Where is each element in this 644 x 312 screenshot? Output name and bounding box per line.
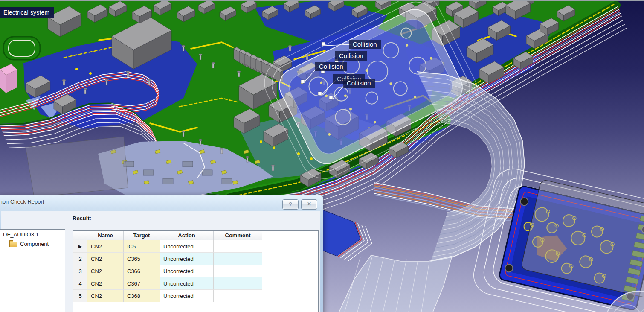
tree-item-component[interactable]: Component (0, 239, 65, 248)
tree-component-label: Component (20, 241, 49, 247)
column-header-blank[interactable] (73, 231, 87, 240)
column-header-target[interactable]: Target (124, 231, 160, 240)
cell-comment[interactable] (214, 277, 262, 290)
close-button[interactable]: ✕ (301, 199, 317, 210)
report-tree: DF_AUDIO3.1 Component (0, 229, 65, 312)
result-table: Name Target Action Comment ▶ CN2 IC5 Unc… (73, 230, 319, 312)
column-header-comment[interactable]: Comment (214, 231, 262, 240)
column-header-action[interactable]: Action (160, 231, 214, 240)
cell-action[interactable]: Uncorrected (160, 290, 214, 302)
collision-label: Collision (343, 79, 375, 88)
cell-comment[interactable] (214, 253, 262, 265)
table-header-row: Name Target Action Comment (73, 231, 318, 240)
electrical-system-label: Electrical system (0, 7, 54, 18)
result-label: Result: (73, 215, 91, 222)
cell-name[interactable]: CN2 (87, 253, 124, 265)
row-selector-cell[interactable]: 3 (73, 265, 87, 277)
column-header-name[interactable]: Name (87, 231, 124, 240)
cell-action[interactable]: Uncorrected (160, 265, 214, 277)
collision-check-report-dialog: ion Check Report ? ✕ Result: DF_AUDIO3.1… (0, 195, 323, 312)
cell-target[interactable]: IC5 (124, 240, 160, 253)
collision-label: Collision (335, 51, 367, 61)
cell-action[interactable]: Uncorrected (160, 277, 214, 290)
application-window: Electrical system Collision Collision Co… (0, 0, 644, 312)
board-corner (321, 209, 372, 261)
cell-target[interactable]: C366 (124, 265, 160, 277)
cell-comment[interactable] (214, 240, 262, 253)
cell-name[interactable]: CN2 (87, 290, 124, 302)
window-top-edge (0, 0, 644, 1)
row-selector-cell[interactable]: 4 (73, 277, 87, 290)
cell-action[interactable]: Uncorrected (160, 240, 214, 253)
row-selector-cell[interactable]: 2 (73, 253, 87, 265)
folder-icon (9, 242, 17, 247)
cell-name[interactable]: CN2 (87, 265, 124, 277)
cell-name[interactable]: CN2 (87, 277, 124, 290)
table-row[interactable]: 3 CN2 C366 Uncorrected (73, 265, 318, 277)
help-button[interactable]: ? (282, 199, 299, 210)
tree-item-root[interactable]: DF_AUDIO3.1 (0, 230, 65, 239)
table-row[interactable]: 5 CN2 C368 Uncorrected (73, 290, 318, 302)
collision-label: Collision (315, 62, 347, 71)
cell-comment[interactable] (214, 265, 262, 277)
cell-comment[interactable] (214, 290, 262, 302)
row-selector-cell[interactable]: ▶ (73, 240, 87, 253)
column-header-filler (262, 231, 318, 240)
tree-root-label: DF_AUDIO3.1 (3, 231, 39, 238)
table-row[interactable]: ▶ CN2 IC5 Uncorrected (73, 240, 318, 253)
table-row[interactable]: 4 CN2 C367 Uncorrected (73, 277, 318, 290)
cell-target[interactable]: C365 (124, 253, 160, 265)
row-selector-cell[interactable]: 5 (73, 290, 87, 302)
cell-target[interactable]: C368 (124, 290, 160, 302)
cell-name[interactable]: CN2 (87, 240, 124, 253)
cell-target[interactable]: C367 (124, 277, 160, 290)
table-row[interactable]: 2 CN2 C365 Uncorrected (73, 253, 318, 265)
cell-action[interactable]: Uncorrected (160, 253, 214, 265)
collision-label: Collision (349, 40, 381, 49)
dialog-title-bar[interactable]: ion Check Report (0, 195, 323, 208)
